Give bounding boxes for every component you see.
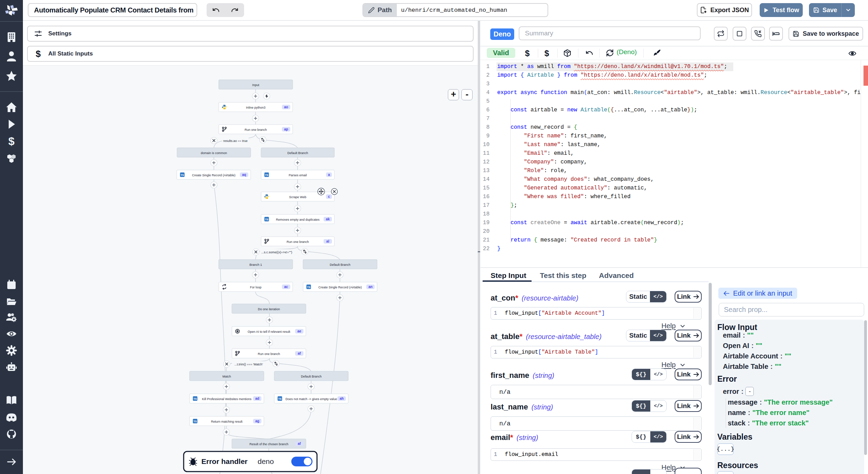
svg-text:c: c bbox=[328, 195, 330, 198]
svg-text:Error handler: Error handler bbox=[201, 457, 248, 465]
svg-text:TS: TS bbox=[265, 173, 268, 177]
svg-text:...s.c.some((x)=>x!=""): ...s.c.some((x)=>x!="") bbox=[261, 251, 292, 254]
svg-text:Match: Match bbox=[223, 375, 231, 378]
svg-text:TS: TS bbox=[193, 420, 197, 423]
svg-text:Do one iteration: Do one iteration bbox=[258, 307, 280, 311]
svg-text:Run one branch: Run one branch bbox=[244, 128, 267, 132]
svg-text:Removes empty and duplicates: Removes empty and duplicates bbox=[276, 218, 320, 221]
svg-text:ap: ap bbox=[284, 127, 288, 131]
svg-text:TS: TS bbox=[278, 397, 282, 400]
svg-text:domain is common: domain is common bbox=[201, 151, 227, 155]
svg-text:Input: Input bbox=[252, 83, 259, 87]
svg-text:ao: ao bbox=[284, 105, 288, 109]
svg-text:ac: ac bbox=[284, 285, 288, 289]
svg-text:ak: ak bbox=[326, 217, 330, 221]
svg-text:TS: TS bbox=[265, 218, 268, 221]
svg-text:ag: ag bbox=[255, 419, 259, 423]
svg-text:Does not match -> gives empty: Does not match -> gives empty value bbox=[285, 397, 337, 401]
svg-text:ae: ae bbox=[297, 329, 301, 333]
svg-text:aq: aq bbox=[242, 173, 246, 177]
svg-text:Return matching result: Return matching result bbox=[211, 420, 243, 423]
svg-text:$: $ bbox=[8, 135, 15, 147]
svg-text:deno: deno bbox=[258, 457, 274, 465]
svg-text:af: af bbox=[298, 442, 301, 446]
svg-text:Run one branch: Run one branch bbox=[286, 240, 309, 244]
svg-text:For loop: For loop bbox=[250, 286, 261, 289]
svg-text:Kill Professional Websites men: Kill Professional Websites mentions bbox=[202, 397, 252, 401]
svg-text:...t.trim() === 'Match': ...t.trim() === 'Match' bbox=[234, 363, 263, 366]
svg-text:Scrape Web: Scrape Web bbox=[289, 195, 306, 199]
svg-text:Parses email: Parses email bbox=[289, 173, 307, 177]
svg-text:TS: TS bbox=[193, 397, 197, 400]
svg-text:TS: TS bbox=[181, 173, 184, 177]
svg-text:al: al bbox=[326, 239, 329, 243]
svg-text:ad: ad bbox=[255, 397, 259, 400]
svg-text:Create Single Record (Airtable: Create Single Record (Airtable) bbox=[318, 286, 362, 289]
svg-text:TS: TS bbox=[307, 286, 310, 289]
svg-text:ah: ah bbox=[340, 397, 344, 400]
svg-text:Default Branch: Default Branch bbox=[330, 263, 351, 266]
svg-text:Default Branch: Default Branch bbox=[287, 151, 308, 155]
svg-text:Run one branch: Run one branch bbox=[258, 352, 280, 356]
svg-text:Inline python3: Inline python3 bbox=[246, 106, 265, 109]
svg-text:Result of the chosen branch: Result of the chosen branch bbox=[249, 442, 288, 446]
svg-text:an: an bbox=[368, 285, 373, 289]
svg-text:Branch 1: Branch 1 bbox=[249, 263, 262, 266]
svg-text:results.ao == true: results.ao == true bbox=[223, 139, 248, 143]
svg-text:a: a bbox=[328, 173, 330, 177]
svg-text:Create Single Record (Airtable: Create Single Record (Airtable) bbox=[192, 173, 235, 177]
svg-text:af: af bbox=[298, 352, 301, 355]
svg-text:Default Branch: Default Branch bbox=[301, 375, 322, 378]
svg-text:Open AI to tell if relevant re: Open AI to tell if relevant result bbox=[248, 330, 290, 333]
